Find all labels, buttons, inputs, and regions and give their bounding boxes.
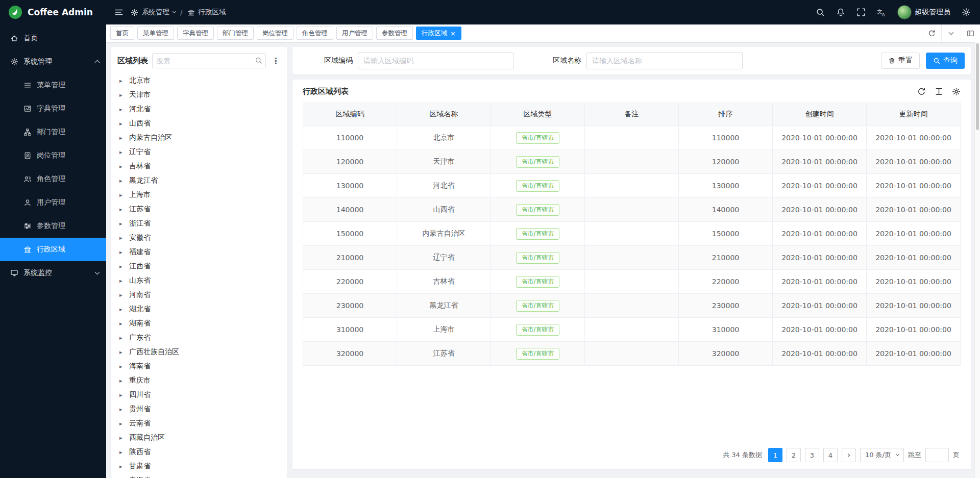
region-name-input[interactable] [586,52,743,69]
sidebar-item-monitor[interactable]: 系统监控 [0,261,106,285]
caret-right-icon[interactable]: ▸ [119,349,125,356]
vertical-scrollbar[interactable] [974,42,980,478]
sidebar-item-post[interactable]: 岗位管理 [0,144,106,167]
caret-right-icon[interactable]: ▸ [119,449,125,456]
page-button-4[interactable]: 4 [823,448,838,462]
tab-menu[interactable]: 菜单管理 [137,27,174,40]
tree-node[interactable]: ▸黑龙江省 [117,173,281,188]
page-button-2[interactable]: 2 [787,448,801,462]
tree-node[interactable]: ▸江苏省 [117,202,281,216]
caret-right-icon[interactable]: ▸ [119,120,125,127]
caret-right-icon[interactable]: ▸ [119,149,125,156]
caret-right-icon[interactable]: ▸ [119,220,125,227]
caret-right-icon[interactable]: ▸ [119,235,125,241]
search-icon[interactable] [255,57,262,64]
tree-node[interactable]: ▸山东省 [117,273,281,288]
tree-node[interactable]: ▸青海省 [117,473,281,478]
tab-post[interactable]: 岗位管理 [257,27,293,40]
user-menu[interactable]: 超级管理员 [897,5,950,19]
caret-right-icon[interactable]: ▸ [119,278,125,284]
caret-right-icon[interactable]: ▸ [119,292,125,298]
caret-right-icon[interactable]: ▸ [119,320,125,327]
column-settings-gear-icon[interactable] [952,87,961,96]
caret-right-icon[interactable]: ▸ [119,263,125,270]
jump-page-input[interactable] [925,448,949,462]
caret-right-icon[interactable]: ▸ [119,135,125,141]
caret-right-icon[interactable]: ▸ [119,378,125,384]
sidebar-item-region[interactable]: 行政区域 [0,238,106,261]
settings-gear-icon[interactable] [962,8,971,17]
tree-menu-button[interactable]: ⋮ [270,54,281,67]
tree-node[interactable]: ▸上海市 [117,188,281,202]
tree-node[interactable]: ▸广西壮族自治区 [117,345,281,359]
sidebar-item-menu[interactable]: 菜单管理 [0,73,106,97]
tab-param[interactable]: 参数管理 [376,27,413,40]
close-icon[interactable]: × [450,30,456,37]
user-avatar[interactable] [897,5,912,19]
tree-node[interactable]: ▸西藏自治区 [117,431,281,445]
tab-dict[interactable]: 字典管理 [177,27,214,40]
tab-user[interactable]: 用户管理 [336,27,373,40]
next-page-button[interactable]: › [842,448,856,462]
caret-right-icon[interactable]: ▸ [119,206,125,213]
fullscreen-icon[interactable] [856,8,866,17]
tree-search-input[interactable] [152,53,266,68]
caret-right-icon[interactable]: ▸ [119,306,125,313]
translate-icon[interactable]: 文A [877,8,886,17]
tab-role[interactable]: 角色管理 [297,27,333,40]
tree-node[interactable]: ▸福建省 [117,245,281,259]
tree-node[interactable]: ▸山西省 [117,116,281,131]
tree-node[interactable]: ▸海南省 [117,359,281,373]
tree-node[interactable]: ▸湖北省 [117,302,281,316]
tree-node[interactable]: ▸北京市 [117,73,281,88]
sidebar-item-param[interactable]: 参数管理 [0,214,106,238]
caret-right-icon[interactable]: ▸ [119,163,125,170]
sidebar-item-system[interactable]: 系统管理 [0,50,106,73]
tree-node[interactable]: ▸河南省 [117,288,281,302]
caret-right-icon[interactable]: ▸ [119,406,125,413]
reset-button[interactable]: 重置 [881,53,920,69]
tree-node[interactable]: ▸重庆市 [117,373,281,388]
caret-right-icon[interactable]: ▸ [119,420,125,427]
tree-node[interactable]: ▸天津市 [117,88,281,102]
row-height-icon[interactable] [935,87,943,96]
sidebar-item-dict[interactable]: 字典管理 [0,97,106,120]
tree-node[interactable]: ▸甘肃省 [117,459,281,473]
page-size-select[interactable]: 10 条/页 [860,448,904,462]
caret-right-icon[interactable]: ▸ [119,92,125,98]
page-button-1[interactable]: 1 [768,448,782,462]
caret-right-icon[interactable]: ▸ [119,392,125,398]
caret-right-icon[interactable]: ▸ [119,363,125,370]
tree-node[interactable]: ▸河北省 [117,102,281,116]
caret-right-icon[interactable]: ▸ [119,249,125,256]
tab-dept[interactable]: 部门管理 [217,27,254,40]
caret-right-icon[interactable]: ▸ [119,192,125,198]
region-code-input[interactable] [358,52,514,69]
caret-right-icon[interactable]: ▸ [119,106,125,113]
tree-node[interactable]: ▸安徽省 [117,231,281,245]
sidebar-item-home[interactable]: 首页 [0,27,106,50]
tabs-dropdown-button[interactable] [941,24,961,42]
caret-right-icon[interactable]: ▸ [119,435,125,441]
layout-toggle-button[interactable] [961,24,980,42]
tab-home[interactable]: 首页 [110,27,134,40]
tree-node[interactable]: ▸吉林省 [117,159,281,173]
tree-node[interactable]: ▸陕西省 [117,445,281,459]
refresh-icon[interactable] [917,87,926,96]
page-button-3[interactable]: 3 [805,448,819,462]
search-button[interactable]: 查询 [926,53,965,69]
tab-region[interactable]: 行政区域× [416,27,461,40]
caret-right-icon[interactable]: ▸ [119,78,125,84]
caret-right-icon[interactable]: ▸ [119,463,125,470]
sidebar-item-user[interactable]: 用户管理 [0,191,106,214]
tree-node[interactable]: ▸内蒙古自治区 [117,131,281,145]
tree-node[interactable]: ▸贵州省 [117,402,281,416]
tree-node[interactable]: ▸湖南省 [117,316,281,331]
search-icon[interactable] [816,8,825,17]
tree-node[interactable]: ▸云南省 [117,416,281,431]
tree-node[interactable]: ▸辽宁省 [117,145,281,159]
tree-node[interactable]: ▸广东省 [117,331,281,345]
scrollbar-thumb[interactable] [976,43,979,130]
sidebar-item-dept[interactable]: 部门管理 [0,120,106,144]
tabs-refresh-button[interactable] [922,24,941,42]
